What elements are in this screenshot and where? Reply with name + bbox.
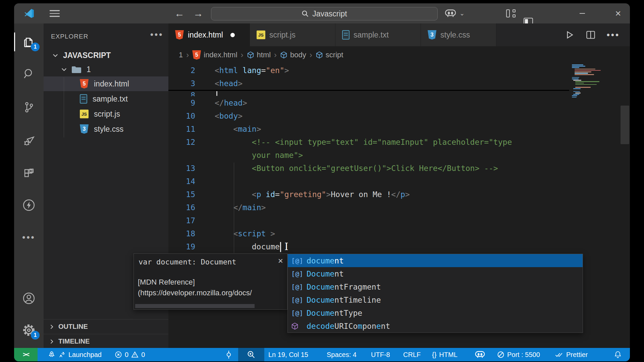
breadcrumb-item-body[interactable]: body xyxy=(280,51,306,59)
line-content: <p id="greeting">Hover on Me !</p> xyxy=(195,190,410,199)
activity-bar: 1 ••• 1 xyxy=(14,23,44,348)
remote-indicator[interactable]: >< xyxy=(14,348,38,361)
target-status-icon[interactable] xyxy=(225,348,233,361)
line-number: 9 xyxy=(168,99,195,107)
double-check-icon xyxy=(555,351,564,358)
minimap-line xyxy=(575,74,594,75)
command-center-search[interactable]: Javascript xyxy=(211,7,438,20)
suggest-item-decodeURIComponent[interactable]: decodeURIComponent xyxy=(288,319,583,333)
tab-sample.txt[interactable]: sample.txt xyxy=(335,23,421,46)
more-actions-icon[interactable]: ••• xyxy=(14,227,44,247)
line-number: 10 xyxy=(168,112,195,120)
launchpad-status-item[interactable]: Launchpad xyxy=(48,348,102,361)
minimap[interactable] xyxy=(572,64,612,98)
html-file-icon: 5 xyxy=(175,30,184,40)
chevron-right-icon xyxy=(48,338,55,345)
scrollbar-thumb[interactable] xyxy=(621,106,629,144)
spaces-label: Spaces: 4 xyxy=(327,351,357,359)
code-line-wrap: your name"> xyxy=(168,148,630,162)
breadcrumb-item-1[interactable]: 1 xyxy=(179,51,183,59)
menu-icon[interactable] xyxy=(50,8,60,19)
line-content: <body> xyxy=(195,112,243,120)
notifications-bell-icon[interactable] xyxy=(614,348,622,361)
search-activity-button[interactable] xyxy=(14,64,44,84)
close-button[interactable]: × xyxy=(615,8,621,18)
nav-forward-button[interactable]: → xyxy=(193,8,203,18)
mdn-reference-url[interactable]: (https://developer.mozilla.org/docs/ xyxy=(138,289,285,297)
suggest-item-document[interactable]: [@]document xyxy=(288,254,583,267)
code-line-9: 9</head> xyxy=(168,96,630,109)
code-line-3: 3<head> xyxy=(168,77,630,90)
customize-layout-icon[interactable] xyxy=(506,9,516,17)
copilot-icon[interactable] xyxy=(445,9,456,18)
split-editor-icon[interactable] xyxy=(586,31,595,39)
editor-more-actions-icon[interactable]: ••• xyxy=(607,30,620,40)
breadcrumb-separator: › xyxy=(241,50,244,60)
chevron-right-icon xyxy=(48,323,55,330)
breadcrumb-item-index.html[interactable]: 5index.html xyxy=(192,50,237,60)
status-bar: >< Launchpad 0 0 Ln 19, Col 15 Spaces: 4… xyxy=(14,348,630,361)
breadcrumb-item-script[interactable]: script xyxy=(316,51,343,59)
tab-bar: 5index.htmlJSscript.jssample.txt3style.c… xyxy=(168,23,630,46)
file-row-script.js[interactable]: JSscript.js xyxy=(44,107,168,121)
folder-row[interactable]: 1 xyxy=(44,62,168,77)
live-server-port-status[interactable]: Port : 5500 xyxy=(497,348,540,361)
suggest-item-Document[interactable]: [@]Document xyxy=(288,267,583,280)
breadcrumb-label: 1 xyxy=(179,51,183,59)
explorer-activity-button[interactable]: 1 xyxy=(14,32,44,52)
zoom-status-item[interactable] xyxy=(238,348,264,361)
accounts-button[interactable] xyxy=(14,288,44,308)
outline-section[interactable]: OUTLINE xyxy=(44,319,168,334)
suggest-item-DocumentType[interactable]: [@]DocumentType xyxy=(288,306,583,319)
cursor-position-status[interactable]: Ln 19, Col 15 xyxy=(268,348,308,361)
code-line-16: 16 </main> xyxy=(168,201,630,214)
line-number: 8 xyxy=(168,91,195,96)
run-debug-activity-button[interactable] xyxy=(14,131,44,151)
nav-back-button[interactable]: ← xyxy=(174,8,184,18)
suggest-item-DocumentFragment[interactable]: [@]DocumentFragment xyxy=(288,280,583,293)
file-row-style.css[interactable]: 3style.css xyxy=(44,122,168,136)
vscode-logo-icon xyxy=(24,8,34,18)
suggest-item-DocumentTimeline[interactable]: [@]DocumentTimeline xyxy=(288,293,583,306)
copilot-status-icon[interactable] xyxy=(475,348,485,361)
title-bar: ← → Javascript ⌄ × xyxy=(14,3,630,23)
chevron-down-icon[interactable]: ⌄ xyxy=(460,10,465,17)
symbol-cube-icon xyxy=(247,51,254,59)
tab-index.html[interactable]: 5index.html xyxy=(168,23,250,46)
symbol-variable-icon: [@] xyxy=(288,309,307,317)
problems-status-item[interactable]: 0 0 xyxy=(115,348,145,361)
extensions-activity-button[interactable] xyxy=(14,164,44,184)
minimize-button[interactable] xyxy=(580,13,585,14)
tab-label: script.js xyxy=(269,31,296,40)
js-file-icon: JS xyxy=(257,31,265,39)
prettier-status[interactable]: Prettier xyxy=(555,348,588,361)
encoding-status[interactable]: UTF-8 xyxy=(371,348,390,361)
timeline-section[interactable]: TIMELINE xyxy=(44,334,168,349)
run-button[interactable] xyxy=(565,30,575,40)
txt-file-icon xyxy=(80,94,87,104)
lightning-activity-button[interactable] xyxy=(14,195,44,215)
tab-script.js[interactable]: JSscript.js xyxy=(250,23,335,46)
line-number: 13 xyxy=(168,164,195,173)
close-icon[interactable]: × xyxy=(278,256,283,266)
breadcrumb-label: html xyxy=(257,51,271,59)
source-control-activity-button[interactable] xyxy=(14,97,44,117)
language-mode-status[interactable]: {} HTML xyxy=(432,348,458,361)
warning-count: 0 xyxy=(141,351,145,359)
explorer-badge: 1 xyxy=(31,43,40,51)
explorer-more-actions-icon[interactable]: ••• xyxy=(150,29,163,40)
code-line-13: 13 <Button onclick="greetUser()">Click H… xyxy=(168,162,630,175)
breadcrumb-separator: › xyxy=(186,50,189,60)
settings-gear-button[interactable]: 1 xyxy=(14,320,44,340)
tooltip-scrollbar[interactable] xyxy=(135,304,255,308)
workspace-row[interactable]: JAVASCRIPT xyxy=(44,48,168,63)
file-row-index.html[interactable]: 5index.html xyxy=(44,76,168,91)
rocket-icon xyxy=(48,351,56,359)
eol-status[interactable]: CRLF xyxy=(403,348,421,361)
breadcrumb-item-html[interactable]: html xyxy=(247,51,271,59)
indentation-status[interactable]: Spaces: 4 xyxy=(327,348,357,361)
file-row-sample.txt[interactable]: sample.txt xyxy=(44,92,168,106)
tab-style.css[interactable]: 3style.css xyxy=(421,23,496,46)
file-label: index.html xyxy=(94,79,129,88)
mdn-reference-link[interactable]: [MDN Reference] xyxy=(138,278,283,287)
